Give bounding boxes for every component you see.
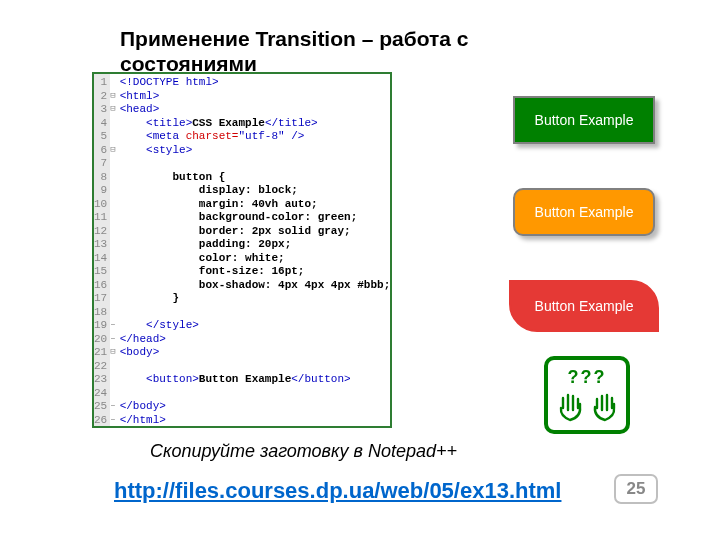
button-examples-column: Button Example Button Example Button Exa…: [504, 96, 664, 332]
exercise-link[interactable]: http://files.courses.dp.ua/web/05/ex13.h…: [114, 478, 561, 504]
hands-exercise-icon: ???: [544, 356, 630, 434]
slide-heading: Применение Transition – работа с состоян…: [120, 26, 540, 76]
instruction-text: Скопируйте заготовку в Notepad++: [150, 442, 510, 462]
heading-text-1: Применение: [120, 27, 256, 50]
button-example-green[interactable]: Button Example: [513, 96, 656, 144]
hands-row: [556, 390, 619, 424]
page-number: 25: [614, 474, 658, 504]
button-example-orange[interactable]: Button Example: [513, 188, 656, 236]
question-marks: ???: [568, 367, 607, 388]
hand-right-icon: [589, 390, 619, 424]
line-number-gutter: 1234567891011121314151617181920212223242…: [94, 74, 110, 426]
hand-left-icon: [556, 390, 586, 424]
button-example-red[interactable]: Button Example: [509, 280, 660, 332]
code-content: <!DOCTYPE html><html><head> <title>CSS E…: [116, 74, 391, 426]
heading-transition: Transition: [256, 27, 356, 50]
code-editor: 1234567891011121314151617181920212223242…: [92, 72, 392, 428]
